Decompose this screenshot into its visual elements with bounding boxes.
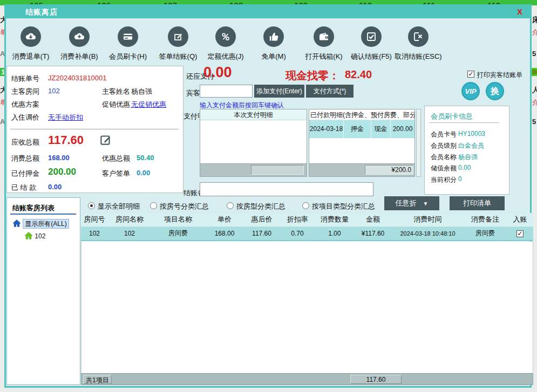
tree-item-room-102[interactable]: 102: [24, 232, 45, 240]
bill-no-value: JZ2024031810001: [48, 74, 106, 82]
member-card-icon: [118, 26, 138, 47]
edit-amount-icon[interactable]: [99, 133, 113, 147]
paid-list-footer: ¥200.0: [309, 163, 414, 176]
radio-label[interactable]: 按房型分类汇总: [236, 202, 286, 211]
any-discount-label: 任意折: [396, 198, 417, 208]
screen: { "window": { "title": "结账离店", "close_la…: [0, 0, 537, 392]
grid-cell-discounted-price: 117.60: [244, 226, 280, 240]
payment-method-button[interactable]: 支付方式(*): [306, 85, 354, 98]
member-field-value: 0.00: [458, 164, 471, 171]
paid-list-header: 已付款明细(含押金、预付房费、部分: [309, 109, 414, 120]
any-discount-button[interactable]: 任意折 ▼: [384, 196, 439, 210]
sign-value: 0.00: [137, 169, 150, 177]
tree-item-show-all[interactable]: 显示所有(ALL): [12, 219, 69, 229]
grid-empty-body[interactable]: [81, 242, 533, 373]
receivable-value: 117.60: [48, 133, 84, 147]
cloud-download-icon: [21, 26, 41, 47]
room-list-title: 结账客房列表: [12, 203, 55, 213]
adjust-label: 入住调价: [11, 113, 39, 122]
toolbar-button-confirm-checkout[interactable]: 确认结账(F5): [345, 26, 397, 68]
tree-item-label[interactable]: 102: [35, 232, 45, 240]
paid-amount-cell: 200.00: [391, 120, 414, 139]
remark-input[interactable]: [200, 182, 373, 196]
radio-group-by-room-type[interactable]: [227, 202, 234, 209]
radio-label[interactable]: 按项目类型分类汇总: [312, 202, 375, 211]
grid-row[interactable]: 102 102 房间费 168.00 117.60 0.70 1.00 ¥117…: [81, 226, 533, 240]
vip-badge[interactable]: VIP: [461, 82, 480, 100]
close-icon[interactable]: X: [517, 7, 522, 16]
print-list-button[interactable]: 打印清单: [450, 196, 505, 210]
promo-link[interactable]: 无促销优惠: [131, 100, 166, 109]
dropdown-arrow-icon: ▼: [423, 201, 429, 207]
toolbar-button-refund[interactable]: 消费退单(T): [5, 26, 57, 68]
toolbar-button-fixed-discount[interactable]: 定额优惠(J): [200, 26, 251, 68]
paid-list[interactable]: 已付款明细(含押金、预付房费、部分 2024-03-18 押金 现金 200.0…: [309, 109, 415, 177]
radio-label[interactable]: 显示全部明细: [98, 202, 140, 211]
member-field-label: 会员卡号: [431, 130, 457, 139]
radio-show-all-detail[interactable]: [88, 202, 95, 209]
print-bill-checkbox[interactable]: [467, 71, 474, 78]
adjust-link[interactable]: 无手动折扣: [48, 113, 83, 122]
add-payment-button[interactable]: 添加支付(Enter): [254, 85, 304, 98]
grid-cell-quantity: 1.00: [315, 226, 354, 240]
member-field-value: 杨自强: [458, 153, 478, 162]
paid-list-scrollbar[interactable]: [416, 109, 421, 177]
discount-label: 优惠总额: [102, 154, 130, 163]
plan-label: 优惠方案: [11, 100, 39, 109]
room-label: 主客房间: [11, 87, 39, 97]
member-field-value: 0: [458, 175, 462, 183]
settled-label: 已 结 款: [11, 183, 36, 192]
toolbar-button-addorder[interactable]: 消费补单(B): [53, 26, 105, 68]
paid-date-cell: 2024-03-18: [309, 120, 344, 139]
grid-footer-count: 共1项目: [83, 375, 112, 384]
tree-item-label[interactable]: 显示所有(ALL): [23, 219, 69, 229]
current-payment-list-header: 本次支付明细: [200, 109, 307, 120]
toolbar-button-member-card[interactable]: 会员刷卡(H): [102, 26, 154, 68]
bg-fragment: 介=: [532, 28, 537, 37]
consume-label: 消费总额: [11, 154, 39, 163]
radio-group-by-room-no[interactable]: [150, 202, 157, 209]
settled-value: 0.00: [48, 183, 62, 191]
divider: [10, 129, 179, 129]
grid-header: 折扣率: [280, 213, 315, 226]
row-posted-checkbox[interactable]: [516, 230, 524, 237]
green-house-icon: [24, 232, 33, 239]
member-field-label: 会员名称: [431, 153, 457, 162]
dialog-title: 结账离店: [25, 8, 58, 17]
grid-cell-discount-rate: 0.70: [280, 226, 315, 240]
member-field-label: 当前积分: [431, 175, 457, 184]
grid-header: 项目名称: [151, 213, 205, 226]
swap-card-badge[interactable]: 换: [486, 82, 504, 100]
grid-header: 房间号: [81, 213, 108, 226]
paid-list-row[interactable]: 2024-03-18 押金 现金 200.00: [309, 120, 414, 139]
radio-label[interactable]: 按房号分类汇总: [160, 202, 209, 211]
guest-label: 主客姓名: [102, 87, 130, 97]
current-payment-list[interactable]: 本次支付明细: [200, 109, 307, 177]
paid-type-cell: 押金: [344, 120, 371, 139]
grid-cell-remark: 房间费: [464, 226, 507, 240]
radio-group-by-item-type[interactable]: [302, 202, 309, 209]
toolbar-button-free-bill[interactable]: 免单(M): [248, 26, 300, 68]
receivable-label: 应收总额: [11, 137, 39, 147]
bg-fragment: 5: [532, 118, 537, 126]
grid-header: 单价: [205, 213, 244, 226]
member-panel-title: 会员刷卡信息: [431, 112, 473, 121]
discount-value: 50.40: [137, 154, 154, 162]
print-bill-label: 打印宾客结账单: [477, 71, 522, 80]
current-payment-list-footer: [200, 163, 307, 176]
toolbar-label: 签单结账(Q): [152, 52, 204, 61]
toolbar-button-open-drawer[interactable]: 打开钱箱(K): [298, 26, 350, 68]
sign-label: 客户签单: [102, 169, 130, 178]
toolbar-label: 消费补单(B): [53, 52, 105, 61]
dialog-title-bar[interactable]: 结账离店 X: [6, 6, 530, 18]
grid-cell-posted: [507, 226, 533, 240]
guest-value: 杨自强: [131, 87, 152, 97]
toolbar-label: 会员刷卡(H): [102, 52, 154, 61]
toolbar-button-sign-bill[interactable]: 签单结账(Q): [152, 26, 204, 68]
toolbar-button-cancel-checkout[interactable]: 取消结账(ESC): [392, 26, 444, 68]
grid-footer-total: 117.60: [350, 375, 402, 384]
divider: [10, 214, 76, 215]
toolbar-label: 免单(M): [248, 52, 300, 61]
room-list-panel: 结账客房列表 显示所有(ALL) 102: [6, 197, 80, 385]
pay-amount-input[interactable]: [200, 85, 253, 98]
